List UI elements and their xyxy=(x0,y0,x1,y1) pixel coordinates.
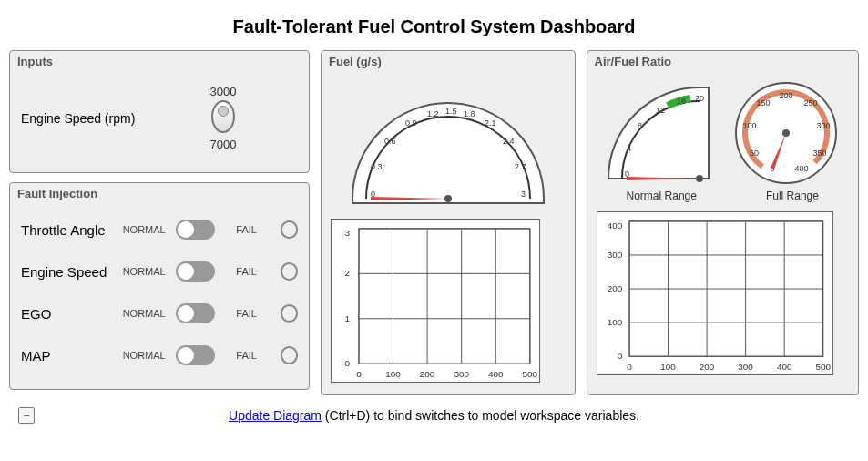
svg-text:0.9: 0.9 xyxy=(405,118,417,128)
svg-text:0.6: 0.6 xyxy=(384,137,396,146)
fault-row-map: MAP NORMAL FAIL xyxy=(21,334,298,376)
fault-fail-label: FAIL xyxy=(220,224,273,235)
svg-text:400: 400 xyxy=(776,362,791,372)
fault-fail-label: FAIL xyxy=(220,266,273,277)
engine-speed-toggle[interactable] xyxy=(176,261,214,282)
normal-range-label: Normal Range xyxy=(627,190,697,202)
engine-speed-led xyxy=(281,262,298,281)
map-led xyxy=(281,346,298,364)
inputs-panel: Inputs Engine Speed (rpm) 3000 7000 xyxy=(9,50,310,173)
fuel-gauge: 0 0.3 0.6 0.9 1.2 1.5 1.8 2.1 2.4 2.7 3 xyxy=(334,80,562,208)
fault-name: Engine Speed xyxy=(21,264,117,280)
fault-name: EGO xyxy=(21,306,117,322)
svg-text:500: 500 xyxy=(523,369,538,379)
svg-text:1: 1 xyxy=(345,313,351,323)
fault-panel-title: Fault Injection xyxy=(17,187,97,200)
svg-text:100: 100 xyxy=(385,369,401,379)
svg-text:0: 0 xyxy=(345,358,351,368)
knob-top-value: 3000 xyxy=(148,85,298,98)
svg-text:400: 400 xyxy=(488,369,504,379)
page-title: Fault-Tolerant Fuel Control System Dashb… xyxy=(9,16,859,37)
svg-text:4: 4 xyxy=(627,144,631,153)
svg-rect-12 xyxy=(359,229,530,364)
svg-text:3: 3 xyxy=(521,190,526,199)
fuel-plot: 0 1 2 3 0 100 200 300 400 500 xyxy=(331,219,540,383)
ego-toggle[interactable] xyxy=(176,303,214,323)
svg-text:1.8: 1.8 xyxy=(464,109,475,118)
svg-text:300: 300 xyxy=(738,362,753,372)
svg-text:100: 100 xyxy=(743,121,757,130)
throttle-toggle[interactable] xyxy=(176,220,214,240)
svg-text:2.7: 2.7 xyxy=(515,162,526,171)
airfuel-panel-title: Air/Fuel Ratio xyxy=(595,55,672,68)
svg-text:200: 200 xyxy=(780,91,793,100)
svg-text:200: 200 xyxy=(420,369,435,379)
svg-text:0: 0 xyxy=(627,362,632,372)
map-toggle[interactable] xyxy=(176,345,214,365)
fuel-panel-title: Fuel (g/s) xyxy=(329,55,382,68)
svg-text:1.5: 1.5 xyxy=(445,107,457,116)
fault-fail-label: FAIL xyxy=(220,350,273,361)
svg-text:8: 8 xyxy=(638,121,642,130)
svg-point-51 xyxy=(782,129,790,137)
svg-text:200: 200 xyxy=(699,362,714,372)
footer-note: − Update Diagram (Ctrl+D) to bind switch… xyxy=(9,408,859,423)
fuel-panel: Fuel (g/s) 0 0.3 0.6 0.9 1.2 1.5 1.8 2.1… xyxy=(321,50,576,395)
svg-text:12: 12 xyxy=(656,106,665,115)
fault-name: Throttle Angle xyxy=(21,222,117,238)
svg-point-39 xyxy=(696,175,703,182)
svg-text:0: 0 xyxy=(617,351,622,361)
fault-normal-label: NORMAL xyxy=(117,350,170,361)
fault-normal-label: NORMAL xyxy=(117,266,170,277)
engine-speed-label: Engine Speed (rpm) xyxy=(21,111,148,126)
svg-text:2.1: 2.1 xyxy=(485,118,496,128)
svg-text:200: 200 xyxy=(607,283,622,293)
svg-text:100: 100 xyxy=(660,362,676,372)
engine-speed-knob[interactable] xyxy=(211,100,235,133)
fault-row-ego: EGO NORMAL FAIL xyxy=(21,292,298,334)
svg-text:300: 300 xyxy=(454,369,469,379)
svg-text:100: 100 xyxy=(607,317,622,327)
svg-text:16: 16 xyxy=(677,97,686,106)
fault-row-engine-speed: Engine Speed NORMAL FAIL xyxy=(21,251,298,292)
svg-text:3: 3 xyxy=(345,228,351,238)
update-diagram-link[interactable]: Update Diagram xyxy=(229,408,322,423)
normal-range-gauge: 0 4 8 12 16 20 xyxy=(599,78,718,188)
svg-text:300: 300 xyxy=(817,121,831,130)
svg-text:400: 400 xyxy=(607,220,622,230)
svg-text:350: 350 xyxy=(813,149,827,158)
footer-text: (Ctrl+D) to bind switches to model works… xyxy=(322,408,639,423)
full-range-gauge: 0 50 100 150 200 250 300 350 400 xyxy=(727,78,845,188)
svg-point-11 xyxy=(444,195,452,202)
fault-name: MAP xyxy=(21,348,117,364)
fault-normal-label: NORMAL xyxy=(117,224,170,235)
knob-bottom-value: 7000 xyxy=(148,138,298,151)
svg-text:400: 400 xyxy=(795,164,809,173)
dashboard-row: Inputs Engine Speed (rpm) 3000 7000 Faul… xyxy=(9,50,859,395)
svg-text:150: 150 xyxy=(757,98,771,108)
svg-text:1.2: 1.2 xyxy=(427,109,439,118)
fault-fail-label: FAIL xyxy=(220,308,273,319)
fault-row-throttle: Throttle Angle NORMAL FAIL xyxy=(21,209,298,251)
svg-text:20: 20 xyxy=(695,94,704,103)
fault-injection-panel: Fault Injection Throttle Angle NORMAL FA… xyxy=(9,182,310,390)
inputs-panel-title: Inputs xyxy=(17,55,53,68)
collapse-icon[interactable]: − xyxy=(18,407,35,424)
airfuel-plot: 0 100 200 300 400 0 100 200 300 400 500 xyxy=(597,211,833,375)
svg-text:250: 250 xyxy=(804,98,818,108)
airfuel-panel: Air/Fuel Ratio 0 4 8 12 16 20 0 5 xyxy=(587,50,859,395)
svg-text:2.4: 2.4 xyxy=(503,137,515,146)
full-range-label: Full Range xyxy=(766,190,819,202)
ego-led xyxy=(281,304,298,323)
svg-text:50: 50 xyxy=(750,149,759,158)
throttle-led xyxy=(281,220,298,239)
svg-text:300: 300 xyxy=(607,250,622,260)
svg-text:500: 500 xyxy=(815,362,831,372)
svg-text:0.3: 0.3 xyxy=(371,162,383,171)
svg-text:0: 0 xyxy=(356,369,362,379)
svg-text:2: 2 xyxy=(345,268,351,278)
fault-normal-label: NORMAL xyxy=(117,308,170,319)
